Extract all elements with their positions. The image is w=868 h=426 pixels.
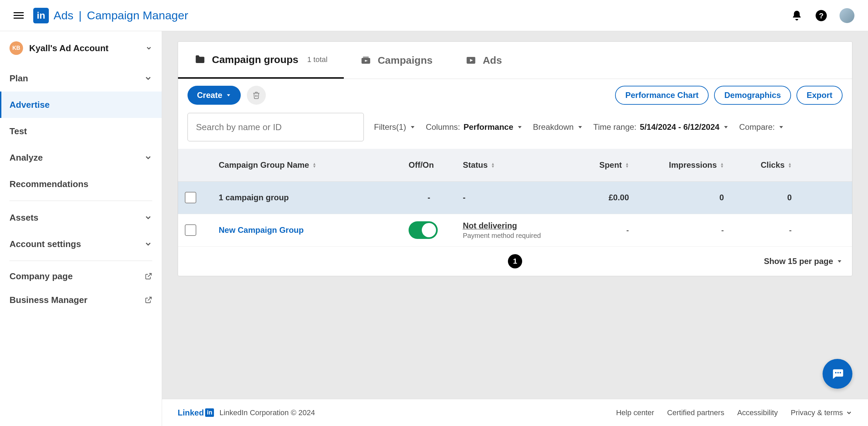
footer: Linkedin LinkedIn Corporation © 2024 Hel…	[162, 399, 868, 426]
row-checkbox[interactable]	[185, 224, 196, 236]
svg-marker-11	[724, 126, 728, 128]
tab-label: Ads	[483, 55, 502, 66]
account-badge: KB	[9, 41, 23, 55]
nav-label: Assets	[9, 212, 38, 223]
filters-label: Filters(1)	[374, 122, 406, 132]
sidebar-item-recommendations[interactable]: Recommendations	[0, 171, 162, 197]
footer-accessibility[interactable]: Accessibility	[737, 408, 778, 417]
tab-campaigns[interactable]: Campaigns	[344, 42, 449, 79]
divider	[9, 201, 152, 201]
sidebar-item-test[interactable]: Test	[0, 118, 162, 144]
time-range-dropdown[interactable]: Time range: 5/14/2024 - 6/12/2024	[593, 122, 729, 132]
page-badge[interactable]: 1	[508, 254, 522, 268]
breakdown-dropdown[interactable]: Breakdown	[533, 122, 583, 132]
toggle-onoff[interactable]	[409, 221, 438, 239]
btn-label: Demographics	[724, 90, 781, 100]
per-page-dropdown[interactable]: Show 15 per page	[764, 257, 843, 266]
svg-text:?: ?	[819, 11, 824, 20]
columns-dropdown[interactable]: Columns: Performance	[426, 122, 523, 132]
avatar[interactable]	[840, 8, 854, 23]
menu-icon[interactable]	[14, 12, 24, 19]
sort-icon: ▲▼	[720, 162, 724, 168]
link-label: Company page	[9, 271, 73, 282]
main: Campaign groups 1 total Campaigns Ads Cr…	[162, 31, 868, 426]
summary-impressions: 0	[719, 193, 724, 202]
footer-privacy[interactable]: Privacy & terms	[791, 408, 852, 417]
footer-help[interactable]: Help center	[616, 408, 654, 417]
per-page-label: Show 15 per page	[764, 257, 833, 266]
svg-marker-10	[578, 126, 582, 128]
ads-icon	[465, 55, 477, 66]
th-impressions[interactable]: Impressions ▲▼	[636, 149, 731, 181]
create-label: Create	[197, 90, 222, 100]
caret-down-icon	[410, 124, 416, 130]
sidebar-item-assets[interactable]: Assets	[0, 204, 162, 231]
chevron-down-icon	[846, 409, 852, 416]
th-name[interactable]: Campaign Group Name ▲▼	[212, 149, 402, 181]
tab-label: Campaign groups	[212, 54, 298, 65]
row-clicks: -	[789, 225, 792, 235]
link-business-manager[interactable]: Business Manager	[0, 288, 162, 312]
demographics-button[interactable]: Demographics	[714, 86, 791, 105]
time-label: Time range:	[593, 122, 636, 132]
sidebar: KB Kyall's Ad Account Plan Advertise Tes…	[0, 31, 162, 426]
delete-button[interactable]	[247, 86, 266, 105]
trash-icon	[252, 91, 260, 99]
panel: Campaign groups 1 total Campaigns Ads Cr…	[178, 41, 852, 276]
row-impressions: -	[721, 225, 724, 235]
tab-ads[interactable]: Ads	[449, 42, 518, 79]
tab-label: Campaigns	[378, 55, 433, 66]
columns-value: Performance	[463, 122, 513, 132]
th-label: Off/On	[409, 160, 434, 169]
external-icon	[145, 296, 152, 304]
caret-down-icon	[836, 258, 843, 264]
th-clicks[interactable]: Clicks ▲▼	[731, 149, 798, 181]
link-company-page[interactable]: Company page	[0, 264, 162, 288]
data-table: Campaign Group Name ▲▼ Off/On Status ▲▼	[178, 149, 852, 247]
th-status[interactable]: Status ▲▼	[456, 149, 558, 181]
summary-spent: £0.00	[609, 193, 629, 202]
nav-label: Test	[9, 126, 27, 137]
svg-point-16	[840, 372, 841, 373]
sidebar-item-advertise[interactable]: Advertise	[0, 92, 162, 118]
chevron-down-icon	[144, 240, 152, 248]
linkedin-wordmark: Linkedin	[178, 408, 214, 418]
tab-campaign-groups[interactable]: Campaign groups 1 total	[178, 42, 344, 79]
notifications-icon[interactable]	[791, 9, 803, 22]
time-value: 5/14/2024 - 6/12/2024	[640, 122, 719, 132]
caret-down-icon	[778, 124, 784, 130]
chat-fab[interactable]	[823, 359, 852, 389]
sidebar-item-plan[interactable]: Plan	[0, 65, 162, 92]
filters-dropdown[interactable]: Filters(1)	[374, 122, 416, 132]
row-name-link[interactable]: New Campaign Group	[219, 225, 304, 235]
th-label: Impressions	[669, 160, 717, 170]
export-button[interactable]: Export	[796, 86, 843, 105]
svg-point-14	[835, 372, 836, 373]
logo[interactable]: in Ads | Campaign Manager	[33, 8, 188, 23]
topbar-right: ?	[791, 8, 854, 23]
sidebar-item-account-settings[interactable]: Account settings	[0, 231, 162, 257]
create-button[interactable]: Create	[188, 86, 241, 105]
sidebar-item-analyze[interactable]: Analyze	[0, 144, 162, 171]
account-switcher[interactable]: KB Kyall's Ad Account	[0, 41, 162, 65]
row-spent: -	[626, 225, 629, 235]
privacy-label: Privacy & terms	[791, 408, 843, 417]
svg-marker-7	[227, 94, 230, 96]
row-status[interactable]: Not delivering	[463, 221, 551, 230]
th-spent[interactable]: Spent ▲▼	[558, 149, 636, 181]
help-icon[interactable]: ?	[815, 9, 827, 22]
topbar: in Ads | Campaign Manager ?	[0, 0, 868, 31]
caret-down-icon	[723, 124, 729, 130]
link-label: Business Manager	[9, 295, 87, 305]
footer-partners[interactable]: Certified partners	[667, 408, 724, 417]
search-input[interactable]	[188, 113, 364, 141]
sort-icon: ▲▼	[788, 162, 792, 168]
brand2: in	[205, 408, 214, 417]
account-name: Kyall's Ad Account	[29, 43, 139, 54]
compare-dropdown[interactable]: Compare:	[739, 122, 784, 132]
btn-label: Export	[807, 90, 832, 100]
performance-chart-button[interactable]: Performance Chart	[615, 86, 709, 105]
select-all-checkbox[interactable]	[185, 192, 196, 203]
nav-label: Analyze	[9, 153, 43, 163]
cm-label: Campaign Manager	[87, 9, 188, 22]
